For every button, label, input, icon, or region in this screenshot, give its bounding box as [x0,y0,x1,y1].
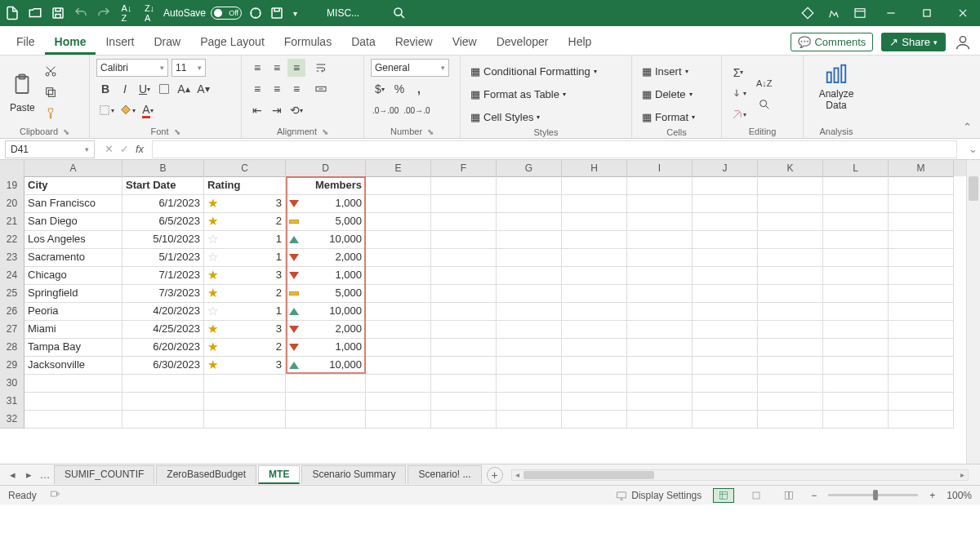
cell[interactable]: ☆1 [204,248,286,267]
cell[interactable]: Peoria [24,302,122,321]
macro-record-icon[interactable] [48,489,61,501]
cell[interactable] [497,284,562,303]
cell[interactable]: 5,000 [286,284,366,303]
cell[interactable]: Chicago [24,266,122,285]
sheet-tab[interactable]: MTE [258,465,300,484]
decrease-indent-icon[interactable]: ⇤ [248,101,266,119]
align-left-icon[interactable]: ≡ [248,80,266,98]
cell[interactable] [366,392,431,411]
cell[interactable] [823,266,889,285]
column-header[interactable]: A [24,160,122,177]
cut-icon[interactable] [42,62,60,80]
cell[interactable]: 1,000 [286,266,366,285]
number-format-select[interactable]: General▾ [371,59,449,77]
cell[interactable] [823,176,889,195]
cell[interactable] [823,230,889,249]
fill-icon[interactable]: ▾ [728,85,748,103]
cell[interactable]: 1,000 [286,194,366,213]
delete-cells-button[interactable]: ▦Delete▾ [639,85,715,103]
cell[interactable] [497,320,562,339]
cell[interactable] [758,194,823,213]
currency-icon[interactable]: $▾ [371,80,389,98]
close-icon[interactable] [951,2,975,24]
align-right-icon[interactable]: ≡ [287,80,305,98]
cell[interactable] [823,338,889,357]
column-header[interactable]: F [431,160,497,177]
cell[interactable]: 7/1/2023 [122,266,204,285]
cell[interactable] [497,194,562,213]
row-header[interactable]: 30 [0,374,24,393]
cell[interactable] [204,392,286,411]
cell[interactable] [286,392,366,411]
page-break-view-icon[interactable] [778,488,800,503]
find-select-icon[interactable] [755,96,774,113]
fx-icon[interactable]: fx [136,143,144,155]
row-header[interactable]: 32 [0,410,24,429]
column-header[interactable]: G [497,160,562,177]
cell[interactable] [889,392,954,411]
align-center-icon[interactable]: ≡ [268,80,286,98]
cell[interactable] [562,230,627,249]
cell[interactable] [24,410,122,429]
percent-icon[interactable]: % [390,80,408,98]
tab-home[interactable]: Home [45,30,96,55]
cell[interactable]: Miami [24,320,122,339]
cell[interactable] [889,320,954,339]
open-icon[interactable] [28,6,42,20]
font-color-button[interactable]: A▾ [139,101,157,119]
cell[interactable] [823,212,889,231]
cell[interactable] [431,410,497,429]
row-header[interactable]: 29 [0,356,24,375]
cell[interactable]: 6/1/2023 [122,194,204,213]
cell[interactable]: 6/20/2023 [122,338,204,357]
sort-asc-icon[interactable]: A↓Z [119,6,134,20]
cell[interactable] [889,194,954,213]
cell[interactable]: 2,000 [286,320,366,339]
cell[interactable]: 2,000 [286,248,366,267]
sheet-nav-prev-icon[interactable]: ◂ [5,469,20,481]
zoom-out-icon[interactable]: − [811,490,817,501]
collapse-ribbon-icon[interactable]: ⌃ [963,121,972,133]
cell[interactable] [562,176,627,195]
cell[interactable] [693,320,758,339]
cell[interactable] [758,248,823,267]
conditional-formatting-button[interactable]: ▦Conditional Formatting▾ [467,62,625,80]
cell[interactable] [889,374,954,393]
cell[interactable]: ★2 [204,212,286,231]
cell[interactable]: ☆1 [204,230,286,249]
column-header[interactable]: C [204,160,286,177]
cell[interactable] [562,410,627,429]
cell[interactable]: 5,000 [286,212,366,231]
cell[interactable] [758,176,823,195]
italic-button[interactable]: I [116,80,134,98]
cell[interactable] [122,392,204,411]
column-header[interactable]: B [122,160,204,177]
cell[interactable] [693,302,758,321]
cell[interactable] [366,338,431,357]
cell[interactable] [693,374,758,393]
fill-color-button[interactable]: ▾ [118,101,137,119]
select-all-corner[interactable] [0,160,24,177]
coming-soon-icon[interactable] [826,6,841,20]
cell[interactable] [889,302,954,321]
sheet-nav-next-icon[interactable]: ▸ [21,469,36,481]
cell[interactable] [693,230,758,249]
font-size-select[interactable]: 11▾ [172,59,206,77]
row-header[interactable]: 27 [0,320,24,339]
cell[interactable] [366,266,431,285]
cell[interactable] [431,212,497,231]
cell[interactable]: Start Date [122,176,204,195]
cell[interactable] [431,374,497,393]
cell[interactable] [431,248,497,267]
cell[interactable] [431,176,497,195]
cell[interactable]: 4/20/2023 [122,302,204,321]
shrink-font-icon[interactable]: A▾ [194,80,212,98]
dialog-launcher-icon[interactable]: ⬊ [174,127,180,136]
cell[interactable] [366,284,431,303]
format-as-table-button[interactable]: ▦Format as Table▾ [467,85,625,103]
cell[interactable]: ★3 [204,320,286,339]
cell[interactable] [431,194,497,213]
cell[interactable] [823,194,889,213]
cell[interactable]: ★2 [204,284,286,303]
cell[interactable] [497,374,562,393]
